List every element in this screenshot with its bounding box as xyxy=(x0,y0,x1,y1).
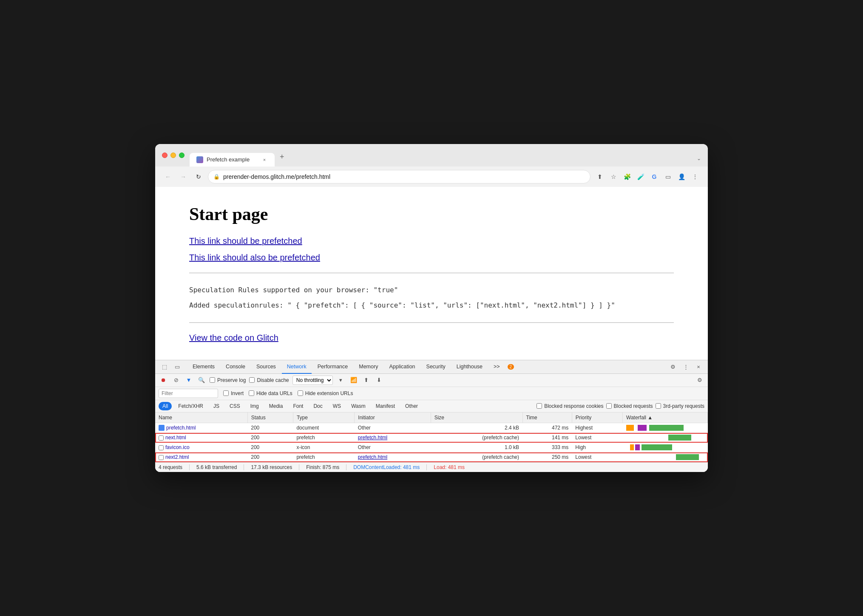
devtools-more-icon[interactable]: ⋮ xyxy=(680,361,692,373)
tabs-area: Prefetch example × + ⌄ xyxy=(190,149,701,167)
invert-label[interactable]: Invert xyxy=(223,390,244,396)
table-row[interactable]: next.html200prefetchprefetch.html(prefet… xyxy=(155,433,708,443)
filter-fetch-xhr[interactable]: Fetch/XHR xyxy=(174,402,207,410)
google-icon[interactable]: G xyxy=(648,171,660,183)
extensions-icon[interactable]: 🧩 xyxy=(621,171,633,183)
resources-size: 17.3 kB resources xyxy=(251,464,292,470)
filter-icon[interactable]: ▼ xyxy=(184,376,193,385)
reload-button[interactable]: ↻ xyxy=(193,171,204,183)
blocked-requests-checkbox[interactable] xyxy=(606,403,612,409)
initiator-link[interactable]: prefetch.html xyxy=(358,454,387,460)
disable-cache-label[interactable]: Disable cache xyxy=(249,377,289,383)
new-tab-button[interactable]: + xyxy=(275,149,290,167)
th-initiator[interactable]: Initiator xyxy=(355,413,431,423)
filter-manifest[interactable]: Manifest xyxy=(372,402,399,410)
third-party-requests-checkbox[interactable] xyxy=(656,403,661,409)
th-status[interactable]: Status xyxy=(247,413,293,423)
row-checkbox[interactable] xyxy=(159,455,164,460)
devtools-badge: 2 xyxy=(508,364,514,370)
address-bar[interactable]: 🔒 prerender-demos.glitch.me/prefetch.htm… xyxy=(208,170,590,184)
tab-list-chevron[interactable]: ⌄ xyxy=(697,155,701,167)
th-name[interactable]: Name xyxy=(155,413,247,423)
side-panel-icon[interactable]: ▭ xyxy=(662,171,674,183)
throttle-dropdown-icon[interactable]: ▾ xyxy=(336,376,346,385)
th-time[interactable]: Time xyxy=(522,413,572,423)
maximize-traffic-light[interactable] xyxy=(179,153,185,158)
third-party-requests-label[interactable]: 3rd-party requests xyxy=(656,403,704,409)
filter-input[interactable] xyxy=(159,389,218,398)
link1[interactable]: This link should be prefetched xyxy=(189,236,674,246)
throttle-select[interactable]: No throttling xyxy=(292,376,333,385)
minimize-traffic-light[interactable] xyxy=(170,153,176,158)
devtools-close-icon[interactable]: × xyxy=(693,361,704,373)
preserve-log-label[interactable]: Preserve log xyxy=(210,377,246,383)
upload-icon[interactable]: ⬆ xyxy=(362,376,371,385)
cell-priority: Lowest xyxy=(572,433,622,443)
filter-media[interactable]: Media xyxy=(265,402,287,410)
devtools-device-icon[interactable]: ▭ xyxy=(171,361,183,373)
status-bar: 4 requests 5.6 kB transferred 17.3 kB re… xyxy=(155,462,708,472)
download-icon[interactable]: ⬇ xyxy=(375,376,384,385)
table-row[interactable]: prefetch.html200documentOther2.4 kB472 m… xyxy=(155,423,708,433)
clear-button[interactable]: ⊘ xyxy=(171,376,181,385)
tab-console[interactable]: Console xyxy=(221,360,250,373)
search-network-button[interactable]: 🔍 xyxy=(197,376,206,385)
table-row[interactable]: favicon.ico200x-iconOther1.0 kB333 msHig… xyxy=(155,443,708,452)
disable-cache-checkbox[interactable] xyxy=(249,377,255,383)
tab-close-button[interactable]: × xyxy=(261,156,268,163)
filter-doc[interactable]: Doc xyxy=(309,402,326,410)
th-waterfall[interactable]: Waterfall ▲ xyxy=(623,413,708,423)
hide-extension-urls-checkbox[interactable] xyxy=(298,390,303,396)
hide-extension-urls-label[interactable]: Hide extension URLs xyxy=(298,390,353,396)
devtools-settings-icon[interactable]: ⚙ xyxy=(667,361,679,373)
filter-other[interactable]: Other xyxy=(401,402,422,410)
glitch-link[interactable]: View the code on Glitch xyxy=(189,333,674,343)
filter-all[interactable]: All xyxy=(159,402,172,410)
profile-icon[interactable]: 👤 xyxy=(676,171,687,183)
finish-time: Finish: 875 ms xyxy=(306,464,339,470)
hide-data-urls-checkbox[interactable] xyxy=(249,390,254,396)
link2[interactable]: This link should also be prefetched xyxy=(189,253,674,263)
tab-application[interactable]: Application xyxy=(384,360,420,373)
hide-data-urls-label[interactable]: Hide data URLs xyxy=(249,390,292,396)
active-tab[interactable]: Prefetch example × xyxy=(190,153,275,167)
menu-icon[interactable]: ⋮ xyxy=(689,171,701,183)
wifi-icon[interactable]: 📶 xyxy=(349,376,358,385)
back-button[interactable]: ← xyxy=(162,171,174,183)
share-icon[interactable]: ⬆ xyxy=(594,171,606,183)
table-row[interactable]: next2.html200prefetchprefetch.html(prefe… xyxy=(155,452,708,462)
labs-icon[interactable]: 🧪 xyxy=(635,171,647,183)
blocked-response-cookies-checkbox[interactable] xyxy=(537,403,542,409)
filter-font[interactable]: Font xyxy=(289,402,307,410)
filter-img[interactable]: Img xyxy=(247,402,263,410)
th-size[interactable]: Size xyxy=(431,413,522,423)
cell-initiator: prefetch.html xyxy=(355,433,431,443)
filter-ws[interactable]: WS xyxy=(329,402,345,410)
filter-js[interactable]: JS xyxy=(210,402,223,410)
filter-wasm[interactable]: Wasm xyxy=(347,402,369,410)
preserve-log-checkbox[interactable] xyxy=(210,377,215,383)
tab-security[interactable]: Security xyxy=(421,360,451,373)
devtools-inspect-icon[interactable]: ⬚ xyxy=(159,361,170,373)
invert-checkbox[interactable] xyxy=(223,390,229,396)
tab-lighthouse[interactable]: Lighthouse xyxy=(451,360,488,373)
blocked-response-cookies-label[interactable]: Blocked response cookies xyxy=(537,403,603,409)
record-button[interactable]: ⏺ xyxy=(159,376,168,385)
tab-elements[interactable]: Elements xyxy=(187,360,220,373)
th-type[interactable]: Type xyxy=(293,413,354,423)
tab-performance[interactable]: Performance xyxy=(312,360,353,373)
network-settings-icon[interactable]: ⚙ xyxy=(695,376,704,385)
th-priority[interactable]: Priority xyxy=(572,413,622,423)
filter-css[interactable]: CSS xyxy=(226,402,244,410)
row-checkbox[interactable] xyxy=(159,435,164,441)
tab-network[interactable]: Network xyxy=(282,360,312,374)
tab-more[interactable]: >> xyxy=(488,360,505,373)
tab-memory[interactable]: Memory xyxy=(354,360,383,373)
row-checkbox[interactable] xyxy=(159,445,164,450)
tab-sources[interactable]: Sources xyxy=(251,360,281,373)
close-traffic-light[interactable] xyxy=(162,153,167,158)
initiator-link[interactable]: prefetch.html xyxy=(358,435,387,441)
blocked-requests-label[interactable]: Blocked requests xyxy=(606,403,653,409)
bookmark-icon[interactable]: ☆ xyxy=(608,171,619,183)
forward-button[interactable]: → xyxy=(177,171,189,183)
